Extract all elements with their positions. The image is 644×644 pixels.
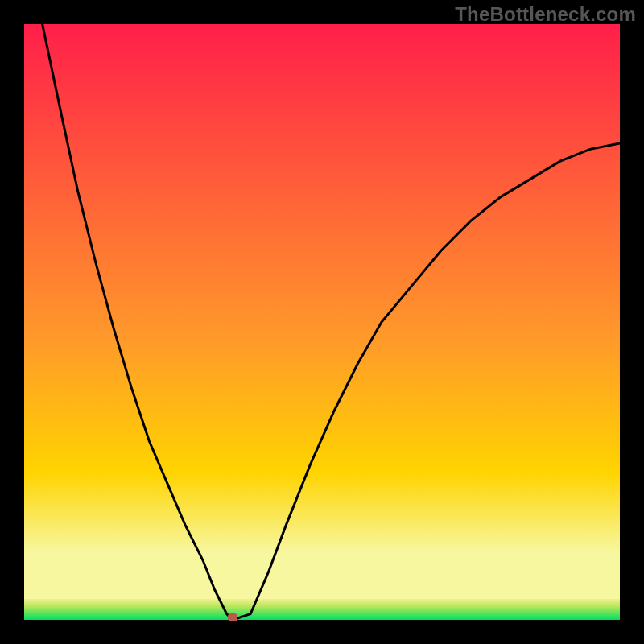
curve-layer	[24, 24, 620, 620]
current-point-marker	[228, 613, 237, 621]
chart-frame: TheBottleneck.com	[0, 0, 644, 644]
plot-area	[24, 24, 620, 620]
watermark: TheBottleneck.com	[455, 3, 636, 26]
bottleneck-curve	[24, 8, 620, 620]
